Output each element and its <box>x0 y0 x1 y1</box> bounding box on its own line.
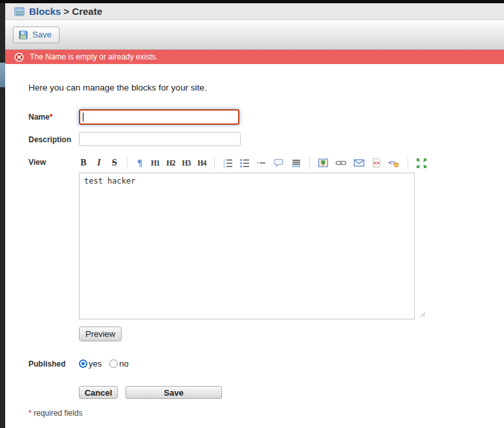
preview-button[interactable]: Preview <box>79 326 122 341</box>
sidebar-collapse-handle[interactable] <box>0 63 5 87</box>
image-icon[interactable] <box>318 156 329 169</box>
form-save-button[interactable]: Save <box>126 386 222 399</box>
quote-icon[interactable] <box>273 156 284 169</box>
radio-yes-checked[interactable] <box>79 359 87 368</box>
name-input[interactable] <box>79 109 239 125</box>
fullscreen-icon[interactable] <box>416 156 427 169</box>
italic-button[interactable]: I <box>94 156 104 169</box>
h3-button[interactable]: H3 <box>182 156 191 169</box>
paragraph-block-icon[interactable] <box>290 156 301 169</box>
form-actions: Cancel Save <box>79 386 504 399</box>
error-x-circle-icon <box>14 52 24 62</box>
required-fields-note: * required fields <box>28 409 504 418</box>
required-asterisk: * <box>50 112 53 122</box>
breadcrumb-blocks-link[interactable]: Blocks <box>29 6 61 17</box>
h4-button[interactable]: H4 <box>197 156 206 169</box>
editor-toolbar: B I S ¶ H1 H2 H3 H4 <box>79 155 427 171</box>
code-icon[interactable]: <> <box>371 156 382 169</box>
published-no-option[interactable]: no <box>109 359 128 369</box>
text-caret <box>83 112 83 122</box>
strikethrough-button[interactable]: S <box>110 156 119 169</box>
required-note-text: required fields <box>32 409 83 418</box>
intro-text: Here you can manage the blocks for your … <box>28 83 504 92</box>
page-header: Blocks > Create <box>5 3 504 20</box>
h2-button[interactable]: H2 <box>166 156 175 169</box>
bold-button[interactable]: B <box>79 156 88 169</box>
code-remove-icon[interactable]: <> <box>388 156 400 169</box>
radio-yes-label: yes <box>89 359 102 369</box>
name-label: Name* <box>28 109 79 125</box>
form-row-published: Published yes no <box>28 356 504 369</box>
toolbar-save-button[interactable]: Save <box>13 27 60 43</box>
toolbar-separator <box>408 157 408 169</box>
horizontal-rule-icon[interactable] <box>256 156 267 169</box>
published-yes-option[interactable]: yes <box>79 359 102 369</box>
floppy-disk-icon <box>18 30 28 40</box>
breadcrumb-separator: > <box>61 6 72 17</box>
ordered-list-icon[interactable]: 1 2 3 <box>223 156 233 169</box>
form-row-description: Description <box>28 132 504 146</box>
page: Blocks > Create Save <box>0 0 504 428</box>
svg-text:3: 3 <box>223 165 225 169</box>
cancel-button[interactable]: Cancel <box>79 386 118 399</box>
main-area: Blocks > Create Save <box>5 0 504 418</box>
toolbar-separator <box>127 157 127 169</box>
description-input[interactable] <box>79 132 241 146</box>
toolbar-separator <box>214 157 215 169</box>
breadcrumb-create: Create <box>72 6 102 17</box>
toolbar-save-label: Save <box>32 30 52 39</box>
rich-text-editor: B I S ¶ H1 H2 H3 H4 <box>79 155 427 341</box>
form-row-view: View B I S ¶ H1 H2 H3 <box>28 155 504 341</box>
breadcrumb: Blocks > Create <box>29 6 102 17</box>
content: Here you can manage the blocks for your … <box>5 64 504 418</box>
action-toolbar: Save <box>5 20 504 50</box>
error-message: The Name is empty or already exists. <box>30 52 158 61</box>
email-icon[interactable] <box>353 156 365 169</box>
radio-no-unchecked[interactable] <box>109 359 118 368</box>
error-banner: The Name is empty or already exists. <box>5 50 504 64</box>
toolbar-separator <box>309 157 310 169</box>
svg-text:<>: <> <box>373 160 380 166</box>
form-row-name: Name* <box>28 109 504 125</box>
blocks-table-icon <box>14 6 25 17</box>
radio-no-label: no <box>119 359 128 369</box>
resize-handle[interactable] <box>419 308 426 320</box>
h1-button[interactable]: H1 <box>151 156 160 169</box>
description-label: Description <box>28 132 79 146</box>
view-content-textarea[interactable]: test hacker <box>79 173 415 319</box>
published-label: Published <box>28 356 79 369</box>
unordered-list-icon[interactable] <box>239 156 250 169</box>
published-radio-group: yes no <box>79 356 129 369</box>
view-label: View <box>28 155 79 341</box>
top-black-bar <box>0 0 504 3</box>
paragraph-button[interactable]: ¶ <box>135 156 144 169</box>
link-icon[interactable] <box>335 156 347 169</box>
